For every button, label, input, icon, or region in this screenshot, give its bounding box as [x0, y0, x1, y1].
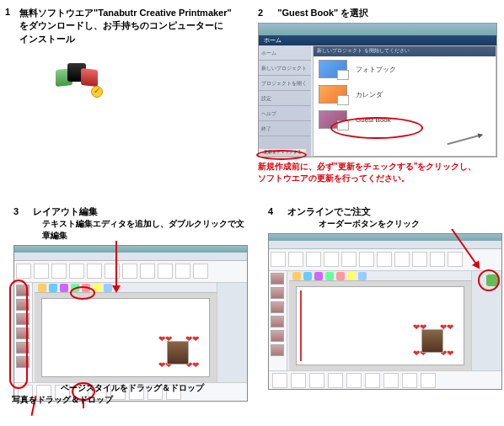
window-menubar[interactable]: ホーム	[259, 35, 496, 45]
page-thumb[interactable]	[105, 264, 120, 279]
project-type-calendar[interactable]: カレンダ	[314, 82, 496, 107]
page-thumb[interactable]	[394, 252, 410, 267]
style-thumb[interactable]	[272, 373, 287, 388]
page-thumb[interactable]	[324, 252, 339, 267]
editor-right-panel[interactable]	[217, 283, 247, 382]
tool-icon[interactable]	[336, 272, 345, 280]
page-thumb[interactable]	[412, 252, 427, 267]
step-1-line2: をダウンロードし、お手持ちのコンピューターに	[19, 20, 223, 30]
page-thumb[interactable]	[377, 252, 392, 267]
page-thumb[interactable]	[448, 252, 463, 267]
photo-thumb[interactable]	[271, 330, 284, 342]
page-thumb[interactable]	[158, 264, 173, 279]
tool-icon[interactable]	[49, 284, 57, 292]
order-button[interactable]	[486, 274, 498, 286]
sidebar-item[interactable]: 新しいプロジェクト	[259, 61, 311, 76]
main-panel-header: 新しいプロジェクト を開始してください	[314, 46, 496, 56]
item-label: フォトブック	[356, 65, 396, 74]
step-number: 4	[268, 206, 280, 216]
editor-right-panel[interactable]	[471, 271, 501, 370]
photo-thumb[interactable]	[271, 301, 284, 313]
top-thumbnail-strip	[14, 261, 247, 283]
step-2-note: 新規作成前に、必ず"更新をチェックする"をクリックし、 ソフトウエアの更新を行っ…	[258, 161, 499, 184]
page-thumb[interactable]	[193, 264, 208, 279]
page-thumb[interactable]	[69, 264, 84, 279]
photo-thumb[interactable]	[16, 327, 29, 339]
sidebar: ホーム 新しいプロジェクト プロジェクトを開く 設定 ヘルプ 終了	[259, 45, 311, 157]
sidebar-item[interactable]: プロジェクトを開く	[259, 76, 311, 91]
step-2-title: "Guest Book" を選択	[277, 8, 368, 18]
step-4-title: オンラインでご注文	[287, 206, 371, 216]
photo-thumb[interactable]	[271, 316, 284, 327]
editor-window: ❤❤ ❤❤ ❤❤ ❤❤	[13, 245, 248, 402]
step-1-line1: 無料ソフトウエア"Tanabutr Creative Printmaker"	[19, 8, 232, 18]
sidebar-item[interactable]: ヘルプ	[259, 106, 311, 121]
editor-iconbar	[35, 283, 217, 293]
page-thumb[interactable]	[122, 264, 137, 279]
style-thumb[interactable]	[383, 373, 399, 388]
tool-icon[interactable]	[104, 284, 112, 292]
tool-icon[interactable]	[71, 284, 79, 292]
placed-photo-with-hearts[interactable]: ❤❤ ❤❤ ❤❤ ❤❤	[413, 322, 453, 358]
step-2-heading: 2 "Guest Book" を選択	[258, 7, 499, 19]
page-canvas[interactable]: ❤❤ ❤❤ ❤❤ ❤❤	[41, 298, 210, 377]
photo-thumb[interactable]	[16, 299, 29, 311]
main-panel: 新しいプロジェクト を開始してください フォトブック カレンダ Guest Bo…	[313, 45, 496, 157]
page-thumb[interactable]	[288, 252, 303, 267]
editor-window: ❤❤ ❤❤ ❤❤ ❤❤	[268, 233, 502, 390]
page-thumb[interactable]	[359, 252, 374, 267]
tool-icon[interactable]	[82, 284, 90, 292]
editor-toolbar[interactable]	[14, 253, 247, 261]
page-thumb[interactable]	[34, 264, 49, 279]
page-thumb[interactable]	[87, 264, 102, 279]
project-type-photobook[interactable]: フォトブック	[314, 56, 496, 82]
photo-thumb[interactable]	[16, 313, 29, 325]
item-label: カレンダ	[356, 90, 383, 99]
page-thumb[interactable]	[430, 252, 445, 267]
tool-icon[interactable]	[347, 272, 356, 280]
page-thumb[interactable]	[306, 252, 321, 267]
tool-icon[interactable]	[303, 272, 312, 280]
note-line1: 新規作成前に、必ず"更新をチェックする"をクリックし、	[258, 162, 476, 171]
page-canvas[interactable]: ❤❤ ❤❤ ❤❤ ❤❤	[296, 286, 464, 365]
style-thumb[interactable]	[346, 373, 362, 388]
step-number: 2	[258, 8, 270, 18]
style-thumb[interactable]	[291, 373, 306, 388]
style-thumb[interactable]	[365, 373, 380, 388]
tool-icon[interactable]	[358, 272, 367, 280]
photo-thumb[interactable]	[16, 285, 29, 296]
page-thumb[interactable]	[341, 252, 357, 267]
style-thumb[interactable]	[309, 373, 324, 388]
tool-icon[interactable]	[38, 284, 46, 292]
project-type-guestbook[interactable]: Guest Book	[314, 107, 496, 132]
window-titlebar	[259, 24, 496, 35]
stylus-icon	[447, 135, 480, 145]
photo-icon	[421, 329, 443, 353]
photo-thumb[interactable]	[271, 287, 284, 299]
photo-thumb[interactable]	[16, 342, 29, 354]
placed-photo-with-hearts[interactable]: ❤❤ ❤❤ ❤❤ ❤❤	[158, 334, 199, 370]
step-number: 3	[13, 206, 25, 216]
style-thumb[interactable]	[328, 373, 343, 388]
checkmark-badge-icon	[91, 86, 103, 98]
photo-thumb[interactable]	[271, 273, 284, 285]
page-thumb[interactable]	[16, 264, 31, 279]
tool-icon[interactable]	[292, 272, 301, 280]
photo-thumb[interactable]	[16, 356, 29, 368]
tool-icon[interactable]	[325, 272, 334, 280]
sidebar-item[interactable]: 終了	[259, 121, 311, 136]
tool-icon[interactable]	[60, 284, 68, 292]
photo-thumb[interactable]	[271, 344, 284, 356]
page-thumb[interactable]	[175, 264, 190, 279]
step-1-line3: インストール	[19, 34, 75, 44]
style-thumb[interactable]	[421, 373, 436, 388]
highlight-arrow	[115, 241, 117, 286]
page-thumb[interactable]	[51, 264, 67, 279]
page-thumb[interactable]	[271, 252, 286, 267]
style-thumb[interactable]	[402, 373, 417, 388]
sidebar-item[interactable]: 設定	[259, 91, 311, 106]
page-thumb[interactable]	[140, 264, 155, 279]
sidebar-item[interactable]: ホーム	[259, 45, 311, 61]
tool-icon[interactable]	[314, 272, 323, 280]
tool-icon[interactable]	[93, 284, 101, 292]
